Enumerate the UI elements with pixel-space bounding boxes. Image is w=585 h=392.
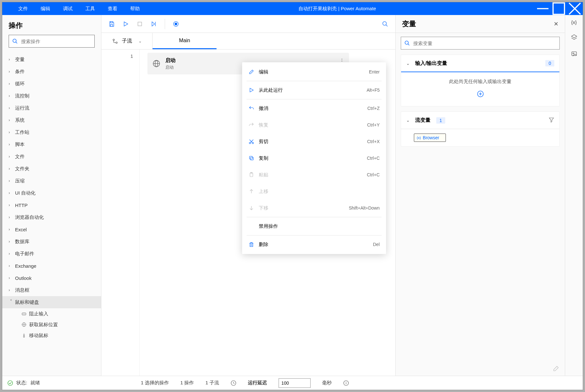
- step-button[interactable]: [148, 18, 160, 30]
- svg-point-24: [175, 23, 177, 25]
- io-variables-header[interactable]: ⌄ 输入/输出变量 0: [401, 55, 559, 72]
- ctx-delete[interactable]: 删除Del: [242, 236, 386, 253]
- search-variables-input[interactable]: [413, 41, 556, 46]
- ctx-copy[interactable]: 复制Ctrl+C: [242, 150, 386, 166]
- chevron-right-icon: ›: [9, 191, 15, 195]
- tree-item[interactable]: ›工作站: [2, 126, 101, 138]
- redo-icon: [249, 122, 259, 128]
- tree-item-label: Exchange: [15, 263, 36, 269]
- svg-point-4: [13, 39, 16, 42]
- menu-tools[interactable]: 工具: [85, 6, 95, 12]
- variable-chip[interactable]: (x)Browser: [414, 134, 446, 142]
- io-variables-title: 输入/输出变量: [415, 60, 543, 67]
- menu-debug[interactable]: 调试: [63, 6, 73, 12]
- svg-marker-52: [549, 118, 554, 122]
- tree-item[interactable]: ›电子邮件: [2, 248, 101, 260]
- tree-item-label: 浏览器自动化: [15, 214, 44, 220]
- tree-subitem[interactable]: 移动鼠标: [2, 330, 101, 341]
- tree-item[interactable]: ⌄鼠标和键盘: [2, 296, 101, 308]
- minimize-button[interactable]: [535, 2, 551, 15]
- save-button[interactable]: [106, 18, 117, 30]
- up-icon: [249, 188, 259, 194]
- ctx-play[interactable]: 从此处运行Alt+F5: [242, 82, 386, 98]
- edit-icon: [249, 69, 259, 75]
- tree-item-label: 文件: [15, 154, 25, 160]
- stop-button[interactable]: [134, 18, 146, 30]
- menu-help[interactable]: 帮助: [130, 6, 140, 12]
- tree-item[interactable]: ›条件: [2, 65, 101, 78]
- tree-item[interactable]: ›文件: [2, 150, 101, 163]
- search-actions[interactable]: [9, 35, 95, 48]
- status-state-value: 就绪: [30, 380, 40, 386]
- chevron-right-icon: ›: [9, 142, 15, 147]
- ctx-item[interactable]: 禁用操作: [242, 218, 386, 234]
- eraser-icon[interactable]: [553, 365, 559, 373]
- tree-item[interactable]: ›数据库: [2, 235, 101, 248]
- copy-icon: [249, 155, 259, 161]
- filter-icon[interactable]: [549, 117, 554, 124]
- delay-input[interactable]: [279, 378, 311, 388]
- tree-item[interactable]: ›消息框: [2, 284, 101, 296]
- tree-item[interactable]: ›脚本: [2, 138, 101, 150]
- tree-subitem[interactable]: 获取鼠标位置: [2, 319, 101, 330]
- line-number: 1: [101, 53, 133, 59]
- layers-rail-button[interactable]: [571, 34, 577, 42]
- tree-item-label: UI 自动化: [15, 190, 36, 196]
- tree-item[interactable]: ›运行流: [2, 102, 101, 114]
- chevron-right-icon: ›: [9, 166, 15, 171]
- tree-item[interactable]: ›Outlook: [2, 272, 101, 284]
- svg-point-28: [116, 42, 117, 43]
- add-variable-button[interactable]: [477, 90, 484, 97]
- close-panel-button[interactable]: ✕: [554, 20, 558, 27]
- delay-label: 运行延迟: [248, 380, 267, 386]
- ctx-cut[interactable]: 剪切Ctrl+X: [242, 133, 386, 150]
- tab-main[interactable]: Main: [153, 33, 217, 49]
- ctx-paste: 粘贴Ctrl+C: [242, 166, 386, 183]
- search-actions-input[interactable]: [21, 39, 91, 44]
- search-variables[interactable]: [401, 37, 560, 50]
- tree-item[interactable]: ›Excel: [2, 223, 101, 235]
- globe-icon: [153, 60, 160, 67]
- tree-item[interactable]: ›流控制: [2, 90, 101, 102]
- status-selected: 1 选择的操作: [141, 380, 169, 386]
- tree-item[interactable]: ›HTTP: [2, 199, 101, 211]
- tree-item[interactable]: ›变量: [2, 53, 101, 65]
- menu-edit[interactable]: 编辑: [41, 6, 50, 12]
- ctx-redo: 恢复Ctrl+Y: [242, 117, 386, 133]
- chevron-right-icon: ›: [9, 203, 15, 207]
- tree-item[interactable]: ›压缩: [2, 175, 101, 187]
- variable-icon: (x): [417, 136, 421, 140]
- tree-item[interactable]: ›循环: [2, 78, 101, 90]
- info-icon[interactable]: [343, 380, 349, 386]
- variables-rail-button[interactable]: {x}: [571, 19, 577, 25]
- record-button[interactable]: [170, 18, 182, 30]
- action-title: 启动: [165, 57, 176, 64]
- variables-panel-title: 变量: [402, 19, 554, 29]
- svg-rect-1: [553, 3, 565, 14]
- tree-item[interactable]: ›Exchange: [2, 260, 101, 272]
- menu-view[interactable]: 查看: [108, 6, 117, 12]
- tree-item-label: 工作站: [15, 129, 29, 135]
- tree-item[interactable]: ›UI 自动化: [2, 187, 101, 199]
- svg-marker-19: [124, 22, 128, 26]
- ctx-edit[interactable]: 编辑Enter: [242, 64, 386, 80]
- ctx-label: 下移: [259, 205, 349, 211]
- images-rail-button[interactable]: [571, 50, 577, 58]
- tree-item[interactable]: ›系统: [2, 114, 101, 126]
- run-button[interactable]: [120, 18, 131, 30]
- ctx-label: 撤消: [259, 105, 368, 111]
- subflow-dropdown[interactable]: 子流 ⌄: [101, 33, 153, 49]
- maximize-button[interactable]: [551, 2, 567, 15]
- ctx-undo[interactable]: 撤消Ctrl+Z: [242, 100, 386, 117]
- down-icon: [249, 205, 259, 211]
- chevron-right-icon: ›: [9, 264, 15, 268]
- tree-item-label: 运行流: [15, 105, 29, 111]
- flow-variables-header[interactable]: ⌄ 流变量 1: [401, 112, 559, 129]
- tree-item-label: 脚本: [15, 142, 25, 148]
- tree-item[interactable]: ›文件夹: [2, 163, 101, 175]
- tree-subitem[interactable]: 阻止输入: [2, 308, 101, 319]
- menu-file[interactable]: 文件: [18, 6, 28, 12]
- search-flow-button[interactable]: [379, 18, 391, 30]
- close-button[interactable]: [567, 2, 583, 15]
- tree-item[interactable]: ›浏览器自动化: [2, 211, 101, 223]
